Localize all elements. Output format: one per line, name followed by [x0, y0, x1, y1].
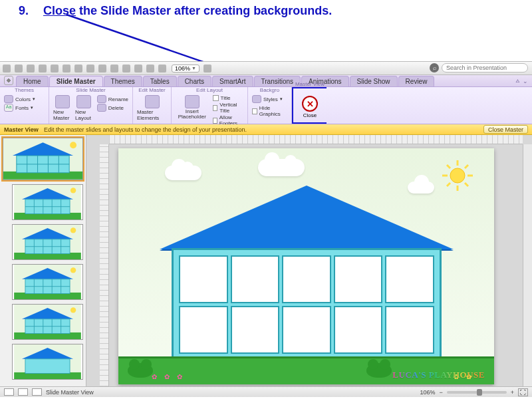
fonts-button[interactable]: AaFonts▾: [4, 104, 35, 112]
status-mode: Slide Master View: [46, 389, 94, 396]
undo-icon[interactable]: [110, 65, 118, 72]
status-zoom: 106%: [420, 389, 435, 396]
cloud-graphic: [165, 166, 201, 180]
zoom-dropdown[interactable]: 106% ▼: [172, 65, 200, 72]
ribbon-tab-bar: Home Slide Master Themes Tables Charts S…: [0, 75, 532, 87]
master-thumbnail[interactable]: [3, 138, 83, 180]
zoom-slider[interactable]: [447, 391, 507, 394]
normal-view-icon[interactable]: [4, 388, 14, 396]
chevron-down-icon: ▼: [192, 66, 196, 70]
tab-slide-show[interactable]: Slide Show: [350, 76, 398, 86]
toolbar-icon[interactable]: [146, 65, 154, 72]
status-bar: Slide Master View 106% − + ⛶: [0, 386, 532, 397]
svg-line-60: [447, 165, 450, 168]
fit-icon[interactable]: ⛶: [518, 388, 528, 396]
new-layout-button[interactable]: New Layout: [75, 95, 93, 121]
checkbox-icon: [213, 105, 218, 111]
cut-icon[interactable]: [63, 65, 70, 72]
hide-graphics-checkbox[interactable]: Hide Graphics: [252, 105, 287, 117]
insert-placeholder-icon: [185, 95, 200, 108]
workspace: ✿ ✿ ✿ ✿ ✿ LUCA'S PLAYHOUSE: [0, 135, 532, 386]
vertical-scrollbar[interactable]: [523, 144, 532, 386]
tab-slide-master[interactable]: Slide Master: [49, 76, 103, 86]
checkbox-icon: [252, 108, 257, 114]
tab-smartart[interactable]: SmartArt: [212, 76, 253, 86]
toolbar-icon[interactable]: [158, 65, 166, 72]
instruction-rest: the Slide Master after creating backgrou…: [76, 4, 332, 17]
zoom-out-icon[interactable]: −: [439, 389, 442, 396]
search-icon[interactable]: ⌕: [430, 63, 439, 72]
rename-button[interactable]: Rename: [97, 95, 128, 103]
toolbar-icon[interactable]: [15, 65, 23, 72]
styles-button[interactable]: Styles▾: [252, 95, 283, 103]
vertical-title-checkbox[interactable]: Vertical Title: [213, 102, 243, 114]
slide-editor[interactable]: ✿ ✿ ✿ ✿ ✿ LUCA'S PLAYHOUSE: [86, 135, 532, 386]
toolbar-icon[interactable]: [134, 65, 142, 72]
sorter-view-icon[interactable]: [18, 388, 28, 396]
house-roof-graphic: [160, 186, 454, 249]
save-icon[interactable]: [39, 65, 47, 72]
layout-thumbnail[interactable]: [12, 264, 83, 300]
help-icon[interactable]: [203, 65, 211, 72]
tab-review[interactable]: Review: [398, 76, 435, 86]
slideshow-view-icon[interactable]: [32, 388, 42, 396]
tab-themes[interactable]: Themes: [104, 76, 142, 86]
layout-thumbnail[interactable]: [12, 184, 83, 220]
group-background: Backgro Styles▾ Hide Graphics: [248, 87, 292, 124]
tab-charts[interactable]: Charts: [178, 76, 211, 86]
group-label: Backgro: [248, 87, 291, 93]
fonts-icon: Aa: [4, 104, 13, 112]
tab-home[interactable]: Home: [16, 76, 49, 86]
ribbon-options-icon[interactable]: [4, 76, 13, 85]
group-edit-layout: Edit Layout Insert Placeholder Title Ver…: [172, 87, 248, 124]
redo-icon[interactable]: [122, 65, 130, 72]
svg-line-61: [465, 183, 468, 186]
close-master-button[interactable]: Close Master: [483, 125, 528, 134]
colors-button[interactable]: Colors▾: [4, 95, 35, 103]
format-painter-icon[interactable]: [98, 65, 106, 72]
quick-access-toolbar: 106% ▼ ⌕: [0, 62, 532, 75]
horizontal-ruler: [109, 135, 523, 144]
group-label: Master View: [293, 81, 327, 87]
slide-canvas[interactable]: ✿ ✿ ✿ ✿ ✿ LUCA'S PLAYHOUSE: [118, 148, 494, 384]
layout-thumbnail[interactable]: [12, 224, 83, 260]
new-layout-icon: [76, 95, 91, 108]
search-input[interactable]: [442, 63, 528, 72]
toolbar-icon[interactable]: [27, 65, 35, 72]
info-bar-message: Edit the master slides and layouts to ch…: [44, 126, 247, 133]
slide-thumbnail-panel[interactable]: [0, 135, 86, 386]
paste-icon[interactable]: [86, 65, 94, 72]
svg-rect-54: [25, 359, 70, 374]
window-grid: [179, 255, 434, 354]
title-checkbox[interactable]: Title: [213, 95, 243, 101]
master-elements-icon: [145, 95, 160, 108]
insert-placeholder-button[interactable]: Insert Placeholder: [176, 95, 209, 120]
svg-point-50: [70, 307, 76, 313]
toolbar-icon[interactable]: [3, 65, 11, 72]
zoom-in-icon[interactable]: +: [511, 389, 514, 396]
new-master-button[interactable]: New Master: [53, 95, 71, 121]
copy-icon[interactable]: [74, 65, 82, 72]
group-edit-master: Edit Master Master Elements: [133, 87, 172, 124]
collapse-ribbon-icon[interactable]: ㅿ ⌄: [515, 77, 528, 86]
group-label: Edit Layout: [172, 87, 247, 93]
svg-point-20: [70, 188, 76, 193]
slide-brand-text: LUCA'S PLAYHOUSE: [392, 370, 485, 380]
group-themes: Themes Colors▾ AaFonts▾: [0, 87, 49, 124]
delete-button[interactable]: Delete: [97, 104, 128, 112]
layout-thumbnail[interactable]: [12, 304, 83, 340]
master-elements-button[interactable]: Master Elements: [137, 95, 167, 121]
svg-point-10: [70, 142, 76, 148]
group-label: Slide Master: [49, 87, 132, 93]
layout-thumbnail[interactable]: [12, 344, 83, 380]
close-x-icon: ✕: [307, 99, 314, 109]
flowers-graphic: ✿ ✿ ✿: [152, 373, 185, 380]
tab-tables[interactable]: Tables: [143, 76, 177, 86]
checkbox-icon: [213, 118, 217, 124]
instruction-number: 9.: [19, 4, 40, 18]
print-icon[interactable]: [51, 65, 59, 72]
instruction-action: Close: [43, 4, 76, 17]
vertical-ruler: [100, 144, 109, 386]
close-master-view-button[interactable]: ✕: [302, 96, 318, 112]
svg-point-30: [70, 227, 76, 233]
